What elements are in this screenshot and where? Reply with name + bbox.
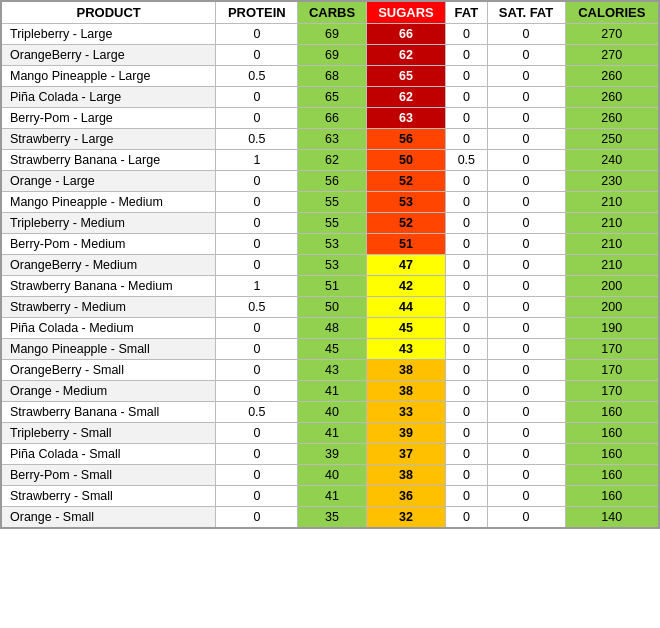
header-calories: CALORIES <box>565 1 659 24</box>
cell-calories: 230 <box>565 171 659 192</box>
cell-product: Orange - Small <box>1 507 216 529</box>
cell-calories: 210 <box>565 255 659 276</box>
cell-carbs: 53 <box>298 234 366 255</box>
cell-protein: 0.5 <box>216 66 298 87</box>
cell-carbs: 69 <box>298 45 366 66</box>
cell-sat-fat: 0 <box>487 213 565 234</box>
cell-sat-fat: 0 <box>487 486 565 507</box>
cell-product: Strawberry Banana - Large <box>1 150 216 171</box>
cell-product: Mango Pineapple - Medium <box>1 192 216 213</box>
table-row: Berry-Pom - Medium 0 53 51 0 0 210 <box>1 234 659 255</box>
cell-protein: 0 <box>216 465 298 486</box>
cell-calories: 260 <box>565 108 659 129</box>
cell-product: Mango Pineapple - Large <box>1 66 216 87</box>
cell-calories: 210 <box>565 192 659 213</box>
table-row: Mango Pineapple - Large 0.5 68 65 0 0 26… <box>1 66 659 87</box>
cell-sat-fat: 0 <box>487 108 565 129</box>
cell-protein: 0 <box>216 108 298 129</box>
cell-carbs: 51 <box>298 276 366 297</box>
cell-product: Tripleberry - Small <box>1 423 216 444</box>
cell-sugars: 33 <box>366 402 446 423</box>
cell-carbs: 62 <box>298 150 366 171</box>
cell-sugars: 56 <box>366 129 446 150</box>
cell-fat: 0 <box>446 486 487 507</box>
cell-sugars: 53 <box>366 192 446 213</box>
cell-sat-fat: 0 <box>487 87 565 108</box>
cell-carbs: 35 <box>298 507 366 529</box>
cell-fat: 0 <box>446 66 487 87</box>
table-row: OrangeBerry - Small 0 43 38 0 0 170 <box>1 360 659 381</box>
cell-sat-fat: 0 <box>487 402 565 423</box>
cell-carbs: 39 <box>298 444 366 465</box>
cell-fat: 0 <box>446 213 487 234</box>
cell-product: Orange - Large <box>1 171 216 192</box>
cell-calories: 260 <box>565 66 659 87</box>
cell-fat: 0 <box>446 318 487 339</box>
cell-calories: 160 <box>565 465 659 486</box>
nutrition-table: PRODUCT PROTEIN CARBS SUGARS FAT SAT. FA… <box>0 0 660 529</box>
cell-protein: 0 <box>216 87 298 108</box>
table-row: Orange - Small 0 35 32 0 0 140 <box>1 507 659 529</box>
cell-sat-fat: 0 <box>487 129 565 150</box>
cell-sugars: 62 <box>366 45 446 66</box>
table-row: Strawberry - Medium 0.5 50 44 0 0 200 <box>1 297 659 318</box>
cell-calories: 140 <box>565 507 659 529</box>
cell-sat-fat: 0 <box>487 381 565 402</box>
cell-protein: 0 <box>216 24 298 45</box>
cell-sugars: 45 <box>366 318 446 339</box>
cell-sugars: 52 <box>366 171 446 192</box>
cell-sugars: 52 <box>366 213 446 234</box>
cell-product: Berry-Pom - Small <box>1 465 216 486</box>
table-row: Strawberry Banana - Medium 1 51 42 0 0 2… <box>1 276 659 297</box>
cell-carbs: 40 <box>298 465 366 486</box>
cell-calories: 210 <box>565 213 659 234</box>
cell-carbs: 45 <box>298 339 366 360</box>
cell-sugars: 37 <box>366 444 446 465</box>
cell-sugars: 36 <box>366 486 446 507</box>
cell-protein: 0 <box>216 171 298 192</box>
cell-fat: 0 <box>446 381 487 402</box>
cell-sugars: 51 <box>366 234 446 255</box>
cell-fat: 0 <box>446 171 487 192</box>
cell-product: OrangeBerry - Large <box>1 45 216 66</box>
table-row: Piña Colada - Large 0 65 62 0 0 260 <box>1 87 659 108</box>
cell-fat: 0 <box>446 255 487 276</box>
cell-calories: 160 <box>565 444 659 465</box>
cell-fat: 0 <box>446 45 487 66</box>
cell-calories: 240 <box>565 150 659 171</box>
table-row: Piña Colada - Small 0 39 37 0 0 160 <box>1 444 659 465</box>
cell-protein: 0 <box>216 507 298 529</box>
cell-sugars: 38 <box>366 465 446 486</box>
cell-sat-fat: 0 <box>487 234 565 255</box>
cell-carbs: 43 <box>298 360 366 381</box>
cell-calories: 170 <box>565 381 659 402</box>
cell-sat-fat: 0 <box>487 171 565 192</box>
cell-sat-fat: 0 <box>487 45 565 66</box>
header-protein: PROTEIN <box>216 1 298 24</box>
cell-carbs: 53 <box>298 255 366 276</box>
cell-sat-fat: 0 <box>487 192 565 213</box>
cell-carbs: 69 <box>298 24 366 45</box>
cell-sugars: 50 <box>366 150 446 171</box>
cell-fat: 0 <box>446 108 487 129</box>
cell-calories: 200 <box>565 297 659 318</box>
cell-calories: 160 <box>565 486 659 507</box>
cell-sugars: 62 <box>366 87 446 108</box>
table-row: Strawberry - Small 0 41 36 0 0 160 <box>1 486 659 507</box>
cell-calories: 160 <box>565 402 659 423</box>
cell-carbs: 41 <box>298 423 366 444</box>
cell-calories: 170 <box>565 339 659 360</box>
cell-product: Tripleberry - Medium <box>1 213 216 234</box>
table-row: Piña Colada - Medium 0 48 45 0 0 190 <box>1 318 659 339</box>
table-row: Mango Pineapple - Small 0 45 43 0 0 170 <box>1 339 659 360</box>
cell-protein: 0 <box>216 255 298 276</box>
cell-fat: 0 <box>446 444 487 465</box>
cell-protein: 0 <box>216 318 298 339</box>
cell-carbs: 41 <box>298 486 366 507</box>
cell-calories: 190 <box>565 318 659 339</box>
cell-product: Strawberry - Medium <box>1 297 216 318</box>
cell-sugars: 42 <box>366 276 446 297</box>
cell-fat: 0 <box>446 423 487 444</box>
table-row: Berry-Pom - Small 0 40 38 0 0 160 <box>1 465 659 486</box>
table-row: Berry-Pom - Large 0 66 63 0 0 260 <box>1 108 659 129</box>
